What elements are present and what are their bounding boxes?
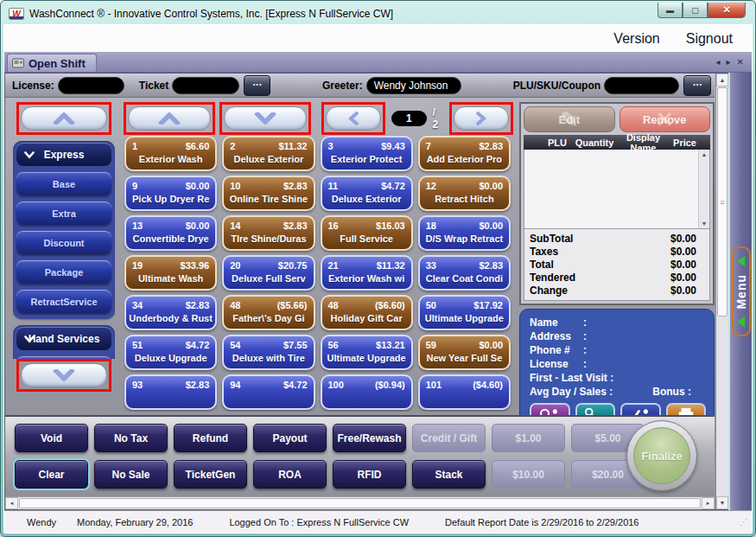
bonus-label: Bonus :: [652, 385, 691, 399]
category-button-package[interactable]: Package: [16, 260, 111, 284]
ticket-input[interactable]: [172, 77, 238, 94]
action-button-ticketgen[interactable]: TicketGen: [174, 460, 247, 489]
action-button-void[interactable]: Void: [15, 424, 88, 452]
signout-link[interactable]: Signout: [686, 31, 733, 47]
product-button[interactable]: 3$9.43Exterior Protect: [321, 136, 413, 171]
product-plu: 20: [230, 260, 240, 271]
page-count: / 2: [433, 106, 442, 131]
product-price: $17.92: [473, 300, 503, 310]
action-button-clear[interactable]: Clear: [15, 460, 88, 489]
plu-sku-coupon-input[interactable]: [604, 77, 679, 94]
grid-scroll-down-button[interactable]: [224, 106, 307, 131]
plu-more-button[interactable]: ...: [683, 75, 711, 96]
category-button-extra[interactable]: Extra: [16, 201, 111, 225]
action-button-free-rewash[interactable]: Free/Rewash: [333, 424, 406, 452]
product-price: ($4.60): [473, 380, 503, 390]
horizontal-scrollbar[interactable]: ◂ ▸: [5, 496, 715, 509]
product-button[interactable]: 1$6.60Exterior Wash: [124, 136, 217, 171]
tab-open-shift[interactable]: Open Shift: [7, 54, 97, 72]
license-input[interactable]: [58, 77, 124, 94]
product-price: ($5.66): [277, 300, 308, 310]
category-group-hand-services[interactable]: Hand Services: [16, 327, 111, 350]
product-plu: 34: [132, 300, 143, 310]
product-plu: 9: [132, 181, 137, 191]
product-button[interactable]: 51$4.72Deluxe Upgrade: [124, 335, 217, 370]
product-button[interactable]: 101($4.60): [418, 374, 511, 410]
close-button[interactable]: ✕: [708, 3, 746, 18]
product-button[interactable]: 59$0.00New Year Full Se: [418, 335, 511, 370]
scroll-up-icon[interactable]: ▲: [702, 151, 708, 157]
action-button-payout[interactable]: Payout: [253, 424, 327, 452]
product-button[interactable]: 11$4.72Deluxe Exterior: [321, 176, 413, 211]
vertical-scrollbar-thumb[interactable]: ≡: [717, 87, 727, 316]
finalize-button: Finalize: [633, 427, 690, 484]
product-button[interactable]: 48($5.66)Father\'s Day Gi: [222, 295, 314, 330]
status-date: Monday, February 29, 2016: [77, 517, 193, 527]
minimize-button[interactable]: ▬: [658, 3, 683, 18]
page-previous-button[interactable]: [326, 106, 381, 131]
scroll-down-icon[interactable]: ▼: [716, 496, 728, 509]
version-link[interactable]: Version: [613, 31, 659, 47]
greeter-input[interactable]: Wendy Johnson: [366, 77, 462, 94]
category-scroll-down-button[interactable]: [21, 363, 107, 387]
product-button[interactable]: 12$0.00Retract Hitch: [418, 176, 511, 211]
tab-scroll-left-icon[interactable]: ◂: [716, 57, 721, 67]
product-button[interactable]: 19$33.96Ultimate Wash: [124, 255, 217, 291]
scroll-down-icon[interactable]: ▼: [702, 221, 708, 227]
order-table-scrollbar[interactable]: ▲ ▼: [698, 150, 709, 228]
product-button[interactable]: 48($6.60)Holiday Gift Car: [321, 295, 413, 330]
ticket-more-button[interactable]: ...: [244, 75, 271, 96]
product-plu: 59: [426, 340, 436, 350]
product-button[interactable]: 10$2.83Online Tire Shine: [222, 176, 314, 211]
page-next-button[interactable]: [454, 106, 509, 131]
tab-scroll-right-icon[interactable]: ▸: [727, 57, 731, 67]
scroll-left-icon[interactable]: ◂: [5, 497, 18, 509]
product-button[interactable]: 50$17.92Ultimate Upgrade: [418, 295, 511, 330]
product-button[interactable]: 13$0.00Convertible Drye: [124, 215, 217, 251]
product-button[interactable]: 18$0.00D/S Wrap Retract: [418, 215, 511, 251]
product-button[interactable]: 34$2.83Underbody & Rust: [124, 295, 217, 330]
action-button-rfid[interactable]: RFID: [333, 460, 406, 489]
product-button[interactable]: 33$2.83Clear Coat Condi: [418, 255, 511, 291]
product-button[interactable]: 100($0.94): [321, 374, 413, 410]
action-button-stack[interactable]: Stack: [412, 460, 486, 489]
scroll-up-icon[interactable]: ▲: [716, 74, 728, 86]
product-button[interactable]: 9$0.00Pick Up Dryer Re: [124, 176, 217, 211]
action-button-refund[interactable]: Refund: [174, 424, 247, 452]
product-button[interactable]: 2$11.32Deluxe Exterior: [222, 136, 314, 171]
action-button-no-sale[interactable]: No Sale: [94, 460, 168, 489]
action-button-no-tax[interactable]: No Tax: [94, 424, 168, 452]
total-row: SubTotal$0.00: [530, 233, 706, 246]
product-button[interactable]: 14$2.83TIre Shine/Duras: [222, 215, 314, 251]
product-button[interactable]: 20$20.75Deluxe Full Serv: [222, 255, 314, 291]
action-button-roa[interactable]: ROA: [253, 460, 327, 489]
product-grid: 1$6.60Exterior Wash2$11.32Deluxe Exterio…: [124, 135, 513, 412]
total-value: $0.00: [670, 259, 706, 272]
category-group-label: Hand Services: [29, 333, 100, 345]
category-button-discount[interactable]: Discount: [16, 231, 111, 254]
scroll-right-icon[interactable]: ▸: [702, 497, 715, 509]
product-button[interactable]: 56$13.21Ultimate Upgrade: [321, 335, 413, 370]
category-group-express[interactable]: Express: [16, 143, 111, 166]
product-button[interactable]: 16$16.03Full Service: [321, 215, 413, 251]
product-button[interactable]: 94$4.72: [222, 374, 314, 410]
maximize-button[interactable]: ▢: [683, 3, 708, 18]
vertical-scrollbar[interactable]: ▲ ≡ ▼: [715, 74, 728, 509]
highlight-box: [16, 102, 111, 135]
product-plu: 48: [328, 300, 339, 310]
category-button-retractservice[interactable]: RetractService: [16, 290, 111, 313]
chevron-up-icon: [158, 112, 181, 125]
order-side-panel: ✎ Edit ✕ Remove PLUQuantityDisplay NameP…: [519, 102, 715, 412]
product-name: [126, 390, 215, 393]
tab-close-icon[interactable]: ✕: [737, 57, 744, 67]
menu-flyout-tab[interactable]: Menu: [732, 246, 751, 337]
product-button[interactable]: 54$7.55Deluxe with Tire: [222, 335, 314, 370]
product-button[interactable]: 7$2.83Add Exterior Pro: [418, 136, 511, 171]
category-button-base[interactable]: Base: [16, 172, 111, 195]
product-button[interactable]: 93$2.83: [124, 374, 217, 410]
grid-scroll-up-button[interactable]: [128, 106, 211, 131]
horizontal-scrollbar-thumb[interactable]: [19, 498, 701, 508]
category-sidebar: ExpressBaseExtraDiscountPackageRetractSe…: [10, 102, 118, 412]
category-scroll-up-button[interactable]: [21, 106, 107, 131]
product-button[interactable]: 21$11.32Exterior Wash wi: [321, 255, 413, 291]
